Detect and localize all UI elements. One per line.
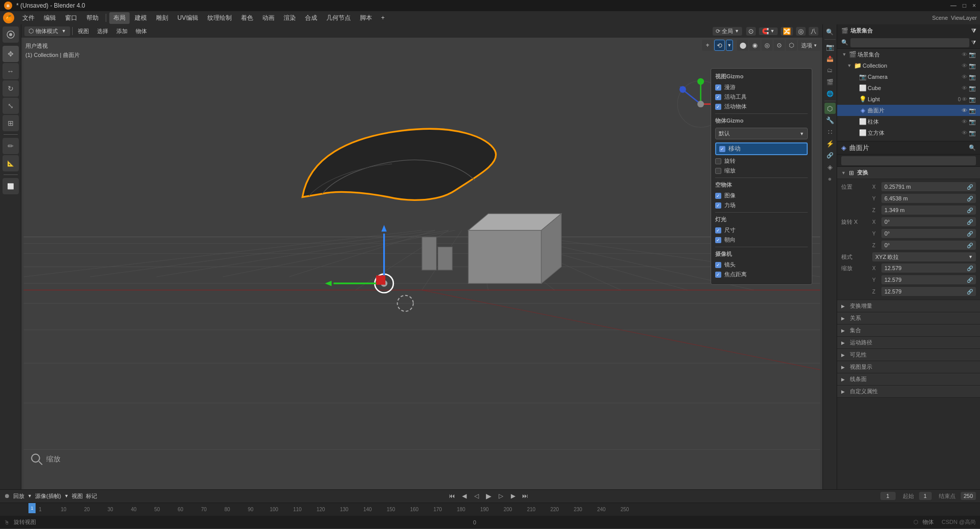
menu-edit[interactable]: 编辑 [40,12,60,24]
gizmo-rotate[interactable]: 旋转 [715,157,808,165]
cyl-eye[interactable]: 👁 [962,119,967,125]
image-label[interactable]: 源像(插帧) [35,492,61,500]
cam-render[interactable]: 📷 [969,74,976,80]
viewport-xray-toggle[interactable]: ⬡ [786,40,797,51]
props-icon-particles[interactable]: ∷ [824,126,836,137]
next-keyframe-btn[interactable]: ▷ [496,491,505,501]
tree-cube[interactable]: ⬜ Cube 👁 📷 [837,82,980,94]
menu-uv[interactable]: UV编辑 [173,12,202,24]
props-icon-search[interactable]: 🔍 [824,26,836,38]
view-display-section[interactable]: ▶ 视图显示 [837,361,980,373]
lineart-section[interactable]: ▶ 线条面 [837,373,980,386]
collections-section[interactable]: ▶ 集合 [837,325,980,337]
window-controls[interactable]: — □ × [951,2,976,9]
viewport-shading-rendered[interactable]: ◎ [761,40,773,51]
gizmo-focus-check[interactable]: ✓ [715,272,721,278]
gizmo-image[interactable]: ✓ 图像 [715,192,808,199]
props-icon-viewlayer[interactable]: 🗂 [824,65,836,76]
motion-path-section[interactable]: ▶ 运动路径 [837,337,980,349]
pos-z-val[interactable]: 1.349 m 🔗 [881,205,976,215]
object-menu[interactable]: 物体 [133,26,150,36]
prev-frame-btn[interactable]: ◀ [460,491,469,501]
tree-cube2[interactable]: ⬜ 立方体 👁 📷 [837,127,980,138]
gizmo-roam[interactable]: ✓ 漫游 [715,83,808,91]
playback-label[interactable]: 回放 [13,492,24,500]
gizmo-dropdown-arrow[interactable]: ▼ [726,40,733,51]
viewport-main[interactable]: Y X Z 缩放 [21,38,822,489]
nurbs-eye[interactable]: 👁 [962,107,967,113]
overlay-add-btn[interactable]: + [702,40,713,51]
gizmo-lens[interactable]: ✓ 镜头 [715,261,808,269]
play-btn[interactable]: ▶ [484,491,493,501]
menu-animation[interactable]: 动画 [258,12,279,24]
proportional-edit[interactable]: ⊙ [746,27,756,36]
props-icon-material[interactable]: ● [824,173,836,184]
gizmo-move-item[interactable]: ✓ 移动 [715,142,808,155]
rot-z-val[interactable]: 0° 🔗 [881,241,976,250]
visibility-section[interactable]: ▶ 可见性 [837,349,980,361]
view-label[interactable]: 视图 [72,492,83,500]
sc-render[interactable]: 📷 [969,51,976,58]
menu-plus[interactable]: + [377,13,389,23]
gizmo-toggle[interactable]: ⟲ [714,40,725,51]
gizmo-size[interactable]: ✓ 尺寸 [715,226,808,234]
col-eye[interactable]: 👁 [962,63,967,69]
cube2-eye[interactable]: 👁 [962,130,967,136]
props-icon-scene[interactable]: 🎬 [824,76,836,87]
viewport-shading-solid[interactable]: ⬤ [737,40,748,51]
filter-icon[interactable]: ⧩ [971,27,976,34]
object-mode-dropdown[interactable]: ⬡ 物体模式 ▼ [24,26,70,36]
props-icon-objdata[interactable]: ◈ [824,161,836,172]
sc-eye[interactable]: 👁 [962,51,967,57]
move-tool[interactable]: ↔ [3,63,19,79]
add-menu[interactable]: 添加 [113,26,131,36]
menu-compositing[interactable]: 合成 [301,12,321,24]
menu-shading[interactable]: 着色 [237,12,257,24]
menu-texture[interactable]: 纹理绘制 [203,12,236,24]
menu-help[interactable]: 帮助 [82,12,103,24]
tree-cylinder[interactable]: ⬜ 柱体 👁 📷 [837,116,980,127]
viewport-options[interactable]: 选项▼ [798,40,820,51]
scale-z-val[interactable]: 12.579 🔗 [881,287,976,296]
scale-y-val[interactable]: 12.579 🔗 [881,275,976,284]
scale-tool[interactable]: ⤡ [3,98,19,114]
props-search-input[interactable] [841,156,976,165]
menu-layout[interactable]: 布局 [109,12,130,24]
start-frame[interactable]: 1 [919,492,932,500]
cyl-render[interactable]: 📷 [969,119,976,125]
gizmo-activetool[interactable]: ✓ 活动工具 [715,93,808,101]
prev-keyframe-btn[interactable]: ◁ [472,491,481,501]
tree-scene-collection[interactable]: ▼ 🎬 场景集合 👁 📷 [837,49,980,60]
menu-render[interactable]: 渲染 [280,12,300,24]
relations-section[interactable]: ▶ 关系 [837,312,980,325]
gizmo-scale[interactable]: 缩放 [715,167,808,174]
menu-sculpt[interactable]: 雕刻 [152,12,172,24]
cube2-render[interactable]: 📷 [969,130,976,136]
outliner-search-input[interactable] [850,38,969,47]
nurbs-render[interactable]: 📷 [969,107,976,114]
mesh-filter-a[interactable]: 八 [809,27,818,36]
menu-modeling[interactable]: 建模 [131,12,151,24]
annotate-tool[interactable]: ✏ [3,138,19,154]
global-local-toggle[interactable]: ⟳全局▼ [713,27,742,36]
gizmo-move-check[interactable]: ✓ [719,146,725,152]
props-icon-physics[interactable]: ⚡ [824,138,836,149]
props-icon-constraints[interactable]: 🔗 [824,150,836,161]
tree-collection[interactable]: ▼ 📁 Collection 👁 📷 [837,60,980,71]
rot-x-val[interactable]: 0° 🔗 [881,217,976,226]
menu-geometry-nodes[interactable]: 几何节点 [322,12,355,24]
menu-scripting[interactable]: 脚本 [356,12,376,24]
props-icon-modifier[interactable]: 🔧 [824,114,836,126]
transform-section-header[interactable]: ▼ ⊞ 变换 [837,167,980,179]
gizmo-force[interactable]: ✓ 力场 [715,201,808,209]
markers-label[interactable]: 标记 [86,492,97,500]
mode-val[interactable]: XYZ 欧拉 ▼ [872,252,976,261]
select-menu[interactable]: 选择 [94,26,111,36]
rot-y-val[interactable]: 0° 🔗 [881,229,976,238]
timeline-ruler[interactable]: 1 1 10 20 30 40 50 60 70 80 90 100 110 1… [0,503,980,516]
gizmo-force-check[interactable]: ✓ [715,202,721,209]
current-frame[interactable]: 1 [880,492,896,500]
props-icon-output[interactable]: 📤 [824,53,836,64]
gizmo-roam-check[interactable]: ✓ [715,84,721,91]
gizmo-lens-check[interactable]: ✓ [715,262,721,268]
